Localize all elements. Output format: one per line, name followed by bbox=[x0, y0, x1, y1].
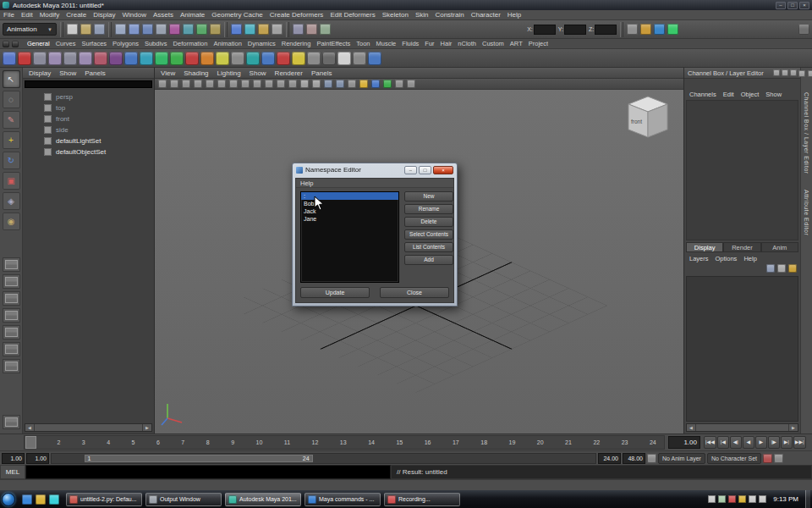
window-close-button[interactable]: × bbox=[799, 2, 809, 9]
layer-editor-tab[interactable]: Render bbox=[723, 242, 760, 252]
shelf-tab[interactable]: PaintEffects bbox=[316, 40, 350, 47]
menubar-item[interactable]: Edit Deformers bbox=[330, 11, 375, 19]
isolate-select-icon[interactable] bbox=[359, 80, 368, 88]
viewport-menu-item[interactable]: Panels bbox=[311, 69, 332, 77]
outliner-menu-item[interactable]: Display bbox=[29, 69, 51, 77]
separator[interactable] bbox=[620, 22, 623, 37]
gamma-icon[interactable] bbox=[395, 80, 403, 88]
exposure-icon[interactable] bbox=[383, 80, 392, 88]
playback-end-field[interactable]: 24.00 bbox=[598, 453, 621, 464]
panel-vertical-tab[interactable]: Attribute Editor bbox=[804, 190, 809, 235]
image-plane-icon[interactable] bbox=[206, 80, 214, 88]
step-forward-frame-button[interactable]: ▶| bbox=[781, 436, 793, 449]
viewport-menu-item[interactable]: Shading bbox=[184, 69, 208, 77]
construction-history-icon[interactable] bbox=[320, 24, 331, 35]
scroll-right-icon[interactable]: ▶ bbox=[143, 424, 151, 431]
birail-icon[interactable] bbox=[155, 52, 168, 65]
merge-vertex-icon[interactable] bbox=[292, 52, 305, 65]
separator[interactable] bbox=[224, 22, 228, 37]
task-maya[interactable]: Autodesk Maya 201... bbox=[225, 493, 301, 506]
shelf-tab[interactable]: Dynamics bbox=[248, 40, 276, 47]
close-panel-icon[interactable] bbox=[790, 69, 797, 76]
animation-preferences-icon[interactable] bbox=[774, 454, 783, 463]
select-camera-icon[interactable] bbox=[158, 80, 167, 88]
new-button[interactable]: New bbox=[404, 191, 453, 202]
paint-effects-icon[interactable] bbox=[353, 52, 366, 65]
menubar-item[interactable]: Create bbox=[66, 11, 86, 19]
step-forward-key-button[interactable]: |▶ bbox=[768, 436, 780, 449]
move-tool[interactable]: + bbox=[3, 131, 20, 149]
scroll-right-icon[interactable]: ▶ bbox=[789, 424, 798, 431]
coordinate-field[interactable]: X: bbox=[527, 25, 556, 35]
output-connections-icon[interactable] bbox=[306, 24, 317, 35]
separator[interactable] bbox=[286, 22, 289, 37]
scroll-thumb[interactable] bbox=[35, 424, 142, 431]
delete-button[interactable]: Delete bbox=[404, 217, 453, 227]
film-gate-icon[interactable] bbox=[229, 80, 238, 88]
bookmarks-icon[interactable] bbox=[194, 80, 202, 88]
viewport-menu-item[interactable]: View bbox=[161, 69, 175, 77]
collapse-statusline-icon[interactable] bbox=[798, 24, 809, 35]
time-slider-track[interactable]: 123456789101112131415161718192021222324 bbox=[24, 435, 665, 450]
new-empty-layer-icon[interactable] bbox=[777, 264, 786, 273]
bevel-icon[interactable] bbox=[307, 52, 321, 65]
dock-panel-icon[interactable] bbox=[798, 70, 805, 77]
shelf-tab[interactable]: Fur bbox=[425, 40, 434, 47]
scroll-left-icon[interactable]: ◀ bbox=[687, 424, 695, 431]
rename-button[interactable]: Rename bbox=[404, 204, 453, 214]
render-settings-icon[interactable] bbox=[667, 24, 678, 35]
taskbar-clock[interactable]: 9:13 PM bbox=[773, 495, 798, 503]
separator[interactable] bbox=[108, 22, 112, 37]
resolution-gate-icon[interactable] bbox=[241, 80, 250, 88]
antivirus-icon[interactable] bbox=[728, 495, 736, 503]
shelf-gear-menu-icon[interactable] bbox=[12, 41, 19, 47]
snap-to-curve-icon[interactable] bbox=[244, 24, 255, 35]
single-pane-layout-button[interactable] bbox=[3, 257, 20, 272]
2d-pan-zoom-icon[interactable] bbox=[217, 80, 226, 88]
camera-attributes-icon[interactable] bbox=[182, 80, 190, 88]
outliner-item[interactable]: defaultObjectSet bbox=[23, 146, 153, 157]
shelf-tab[interactable]: Curves bbox=[56, 40, 76, 47]
volume-icon[interactable] bbox=[759, 495, 766, 503]
animation-end-field[interactable]: 48.00 bbox=[623, 453, 645, 464]
dialog-help-menu[interactable]: Help bbox=[300, 179, 313, 187]
namespace-list-item[interactable]: Jane bbox=[301, 215, 398, 223]
snap-to-plane-icon[interactable] bbox=[272, 24, 283, 35]
current-frame-marker[interactable] bbox=[25, 436, 36, 449]
soft-modification-tool[interactable]: ◉ bbox=[3, 213, 20, 230]
menubar-item[interactable]: Window bbox=[123, 11, 146, 19]
textured-icon[interactable] bbox=[324, 80, 332, 88]
ipr-render-icon[interactable] bbox=[654, 24, 665, 35]
arc-tool-icon[interactable] bbox=[79, 52, 92, 65]
poly-plane-icon[interactable] bbox=[231, 52, 244, 65]
timeline-tick[interactable]: 17 bbox=[453, 439, 459, 445]
outliner-filter-input[interactable] bbox=[25, 80, 152, 88]
task-output-window[interactable]: Output Window bbox=[145, 493, 222, 506]
layer-editor-menu-item[interactable]: Options bbox=[716, 255, 738, 262]
timeline-tick[interactable]: 16 bbox=[425, 439, 431, 445]
loft-icon[interactable] bbox=[109, 52, 123, 65]
safe-title-icon[interactable] bbox=[288, 80, 297, 88]
step-back-key-button[interactable]: ◀| bbox=[730, 436, 742, 449]
timeline-tick[interactable]: 7 bbox=[181, 439, 184, 445]
update-icon[interactable] bbox=[738, 495, 746, 503]
timeline-tick[interactable]: 6 bbox=[156, 439, 160, 445]
scale-tool[interactable]: ▣ bbox=[3, 172, 20, 190]
open-scene-icon[interactable] bbox=[80, 24, 91, 35]
layer-editor-menu-item[interactable]: Help bbox=[743, 255, 756, 262]
menubar-item[interactable]: Help bbox=[508, 11, 521, 19]
menubar-item[interactable]: Animate bbox=[180, 11, 205, 19]
timeline-tick[interactable]: 23 bbox=[622, 439, 628, 445]
snap-to-point-icon[interactable] bbox=[258, 24, 269, 35]
smooth-shade-icon[interactable] bbox=[312, 80, 321, 88]
dialog-minimize-button[interactable]: – bbox=[404, 166, 417, 174]
menubar-item[interactable]: Geometry Cache bbox=[211, 11, 262, 19]
persp-graph-layout-button[interactable] bbox=[3, 342, 20, 356]
viewport-menu-item[interactable]: Show bbox=[250, 69, 266, 77]
playback-start-field[interactable]: 1.00 bbox=[26, 453, 49, 464]
planar-icon[interactable] bbox=[124, 52, 138, 65]
channel-box-menu-item[interactable]: Channels bbox=[689, 91, 716, 98]
layer-editor-tab[interactable]: Display bbox=[686, 242, 723, 252]
floating-panel-button[interactable] bbox=[3, 415, 20, 429]
step-back-frame-button[interactable]: |◀ bbox=[717, 436, 729, 449]
